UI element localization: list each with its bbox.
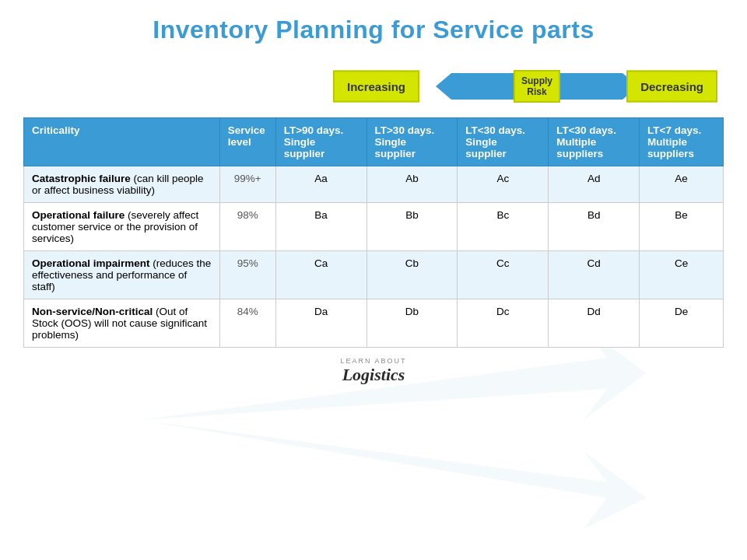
cell-code-c3: Cc xyxy=(458,251,549,299)
table-row: Catastrophic failure (can kill people or… xyxy=(24,166,724,203)
main-content: Inventory Planning for Service parts Inc… xyxy=(0,0,747,393)
cell-code-c5: De xyxy=(640,299,724,348)
logo-small-text: LEARN ABOUT xyxy=(23,357,724,365)
cell-code-c4: Cd xyxy=(549,251,640,299)
cell-code-c4: Dd xyxy=(549,299,640,348)
cell-code-c3: Ac xyxy=(458,166,549,203)
logo-main-text: Logistics xyxy=(342,365,405,384)
col-header-sl: Service level xyxy=(219,118,275,166)
cell-code-c1: Da xyxy=(275,299,366,348)
cell-service-level: 99%+ xyxy=(219,166,275,203)
cell-criticality: Operational failure (severely affect cus… xyxy=(24,203,220,251)
cell-service-level: 84% xyxy=(219,299,275,348)
decreasing-label: Decreasing xyxy=(626,71,717,103)
cell-code-c3: Bc xyxy=(458,203,549,251)
cell-code-c1: Ca xyxy=(275,251,366,299)
col-header-c5: LT<7 days. Multiple suppliers xyxy=(640,118,724,166)
col-header-c1: LT>90 days. Single supplier xyxy=(275,118,366,166)
increasing-label: Increasing xyxy=(333,71,419,103)
cell-code-c5: Ae xyxy=(640,166,724,203)
cell-code-c4: Bd xyxy=(549,203,640,251)
cell-code-c1: Ba xyxy=(275,203,366,251)
table-header-row: Criticality Service level LT>90 days. Si… xyxy=(24,118,724,166)
table-row: Operational failure (severely affect cus… xyxy=(24,203,724,251)
cell-code-c1: Aa xyxy=(275,166,366,203)
col-header-c4: LT<30 days. Multiple suppliers xyxy=(549,118,640,166)
table-row: Non-service/Non-critical (Out of Stock (… xyxy=(24,299,724,348)
cell-criticality: Non-service/Non-critical (Out of Stock (… xyxy=(24,299,220,348)
col-header-c2: LT>30 days. Single supplier xyxy=(366,118,458,166)
cell-code-c4: Ad xyxy=(549,166,640,203)
cell-code-c5: Be xyxy=(640,203,724,251)
cell-criticality: Catastrophic failure (can kill people or… xyxy=(24,166,220,203)
cell-service-level: 98% xyxy=(219,203,275,251)
cell-code-c2: Cb xyxy=(366,251,458,299)
table-row: Operational impairment (reduces the effe… xyxy=(24,251,724,299)
cell-service-level: 95% xyxy=(219,251,275,299)
col-header-c3: LT<30 days. Single supplier xyxy=(458,118,549,166)
cell-code-c5: Ce xyxy=(640,251,724,299)
cell-code-c3: Dc xyxy=(458,299,549,348)
main-table: Criticality Service level LT>90 days. Si… xyxy=(23,117,724,348)
logo-area: LEARN ABOUT Logistics xyxy=(23,357,724,385)
cell-code-c2: Bb xyxy=(366,203,458,251)
col-header-criticality: Criticality xyxy=(24,118,220,166)
arrow-container: SupplyRisk xyxy=(436,73,638,100)
supply-risk-label: SupplyRisk xyxy=(514,70,560,103)
page-title: Inventory Planning for Service parts xyxy=(23,16,724,44)
cell-criticality: Operational impairment (reduces the effe… xyxy=(24,251,220,299)
cell-code-c2: Ab xyxy=(366,166,458,203)
cell-code-c2: Db xyxy=(366,299,458,348)
